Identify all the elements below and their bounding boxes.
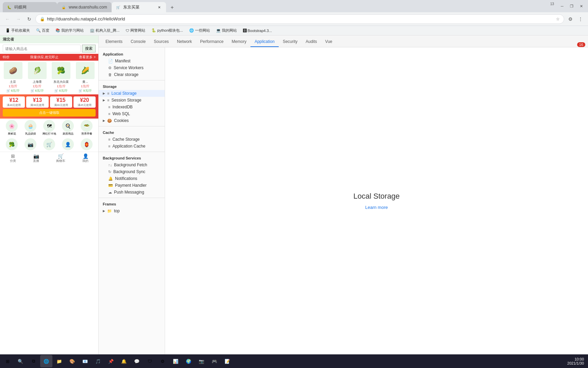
nav-category[interactable]: ⊞ 分类 <box>10 153 16 163</box>
bookmark-6[interactable]: 🐍 python模块包... <box>149 27 185 34</box>
taskbar-misc10[interactable]: 📝 <box>221 355 233 367</box>
taskbar-chrome[interactable]: 🌐 <box>40 355 52 367</box>
cat-7[interactable]: 📷 <box>21 138 39 150</box>
tab-memory[interactable]: Memory <box>228 37 250 47</box>
tab-sources[interactable]: Sources <box>150 37 173 47</box>
session-storage-arrow: ▶ <box>103 98 105 102</box>
forward-button[interactable]: → <box>14 14 23 24</box>
bookmark-3[interactable]: 📚 我的学习网站 <box>53 27 86 34</box>
taskbar-dj[interactable]: 🎵 <box>92 355 104 367</box>
bookmark-7[interactable]: 🌐 一些网站 <box>186 27 213 34</box>
bookmark-1[interactable]: 📱 手机收藏夹 <box>3 27 33 34</box>
sidebar-bg-fetch[interactable]: ↑↓ Background Fetch <box>99 162 165 168</box>
sidebar-manifest[interactable]: 📄 Manifest <box>99 58 165 64</box>
tab-3-title: 东京买菜 <box>123 4 154 10</box>
sidebar-cookies[interactable]: ▶ 🍪 Cookies <box>99 117 165 124</box>
section-cache-label: Cache <box>99 128 165 136</box>
tab-audits[interactable]: Audits <box>301 37 321 47</box>
refresh-button[interactable]: ↻ <box>24 14 34 24</box>
sidebar-session-storage[interactable]: ▶ ≡ Session Storage <box>99 97 165 104</box>
voucher-claim-btn[interactable]: 点击一键领取 <box>3 109 96 117</box>
menu-btn[interactable]: ⋮ <box>576 14 585 24</box>
voucher-2: ¥13 满39元使用 <box>26 96 48 108</box>
cat-10[interactable]: 🏮 <box>78 138 96 150</box>
tab-console[interactable]: Console <box>127 37 150 47</box>
bookmark-9[interactable]: 🅱 Bootstrap4.3... <box>240 28 275 33</box>
taskbar-explorer[interactable]: 📁 <box>53 355 65 367</box>
taskbar-misc6[interactable]: 📊 <box>169 355 182 367</box>
cat-3[interactable]: 🗺 网红打卡地 <box>40 120 58 136</box>
minimize-button[interactable]: ─ <box>558 2 566 10</box>
cat-8[interactable]: 🛒 <box>40 138 58 150</box>
taskbar-misc5[interactable]: ⚙ <box>157 355 169 367</box>
notifications-icon: 🔔 <box>108 177 113 181</box>
indexed-db-icon: ≡ <box>108 105 110 109</box>
taskbar-misc4[interactable]: 🛡 <box>144 355 156 367</box>
taskbar-misc3[interactable]: 💬 <box>131 355 143 367</box>
bookmark-6-label: python模块包... <box>157 28 183 33</box>
sidebar-application-cache[interactable]: ≡ Application Cache <box>99 143 165 150</box>
cat-9[interactable]: 👤 <box>59 138 77 150</box>
sidebar-payment-handler[interactable]: 💳 Payment Handler <box>99 182 165 189</box>
cat-6[interactable]: 🥦 <box>3 138 21 150</box>
bookmark-5[interactable]: 🛡 网警网站 <box>123 27 148 34</box>
cat-2[interactable]: 🧁 乳品烘焙 <box>21 120 39 136</box>
cat-4[interactable]: 🍳 厨房用品 <box>59 120 77 136</box>
bookmark-5-icon: 🛡 <box>126 29 129 33</box>
cat-5[interactable]: 🥗 营养早餐 <box>78 120 96 136</box>
sidebar-web-sql[interactable]: ≡ Web SQL <box>99 110 165 117</box>
learn-more-link[interactable]: Learn more <box>365 205 388 210</box>
bookmark-4[interactable]: 🏢 机构入驻_腾... <box>87 27 122 34</box>
tab-2[interactable]: 🔒 www.duanshuilu.com <box>57 2 112 12</box>
nav-mine[interactable]: 👤 我的 <box>82 153 88 163</box>
sidebar-notifications[interactable]: 🔔 Notifications <box>99 175 165 182</box>
tab-3[interactable]: 🛒 东京买菜 ✕ <box>112 2 166 12</box>
taskbar-mail[interactable]: 📧 <box>79 355 91 367</box>
taskbar-misc2[interactable]: 🔔 <box>118 355 130 367</box>
sidebar-local-storage[interactable]: ▶ ≡ Local Storage <box>99 90 165 97</box>
taskbar-misc8[interactable]: 📷 <box>195 355 208 367</box>
taskbar-search[interactable]: 🔍 <box>14 355 27 367</box>
bookmark-8[interactable]: 💻 我的网站 <box>213 27 240 34</box>
nav-cart[interactable]: 🛒 购物车 <box>56 153 65 163</box>
sidebar-indexed-db[interactable]: ≡ IndexedDB <box>99 104 165 110</box>
extensions-btn[interactable]: ⚙ <box>566 14 575 24</box>
taskbar-misc7[interactable]: 🌍 <box>182 355 195 367</box>
star-icon[interactable]: ☆ <box>556 17 560 21</box>
taskbar-misc1[interactable]: 📌 <box>105 355 117 367</box>
frames-arrow: ▶ <box>103 209 105 213</box>
back-button[interactable]: ← <box>3 14 12 24</box>
sidebar-clear-storage[interactable]: 🗑 Clear storage <box>99 71 165 78</box>
province-text: 湖北省 <box>3 37 14 41</box>
cat-6-icon: 🥦 <box>6 138 18 150</box>
search-input[interactable] <box>3 45 81 52</box>
tab-security[interactable]: Security <box>279 37 301 47</box>
close-button[interactable]: ✕ <box>577 2 585 10</box>
tab-1-favicon: 🐛 <box>7 5 12 10</box>
new-tab-button[interactable]: + <box>167 3 177 12</box>
sidebar-push-messaging[interactable]: ☁ Push Messaging <box>99 189 165 196</box>
address-bar[interactable]: 🔒 http://duanshuilu.natapp4.cc/HelloWorl… <box>35 14 564 24</box>
promo-more[interactable]: 查看更多 > <box>79 55 96 60</box>
search-button[interactable]: 搜索 <box>82 45 96 52</box>
bookmark-2[interactable]: 🔍 百度 <box>33 27 52 34</box>
security-icon: 🔒 <box>40 17 45 21</box>
tab-performance[interactable]: Performance <box>196 37 228 47</box>
sidebar-service-workers[interactable]: ⚙ Service Workers <box>99 64 165 71</box>
nav-live[interactable]: 📷 直播 <box>33 153 39 163</box>
tab-1[interactable]: 🐛 码蝶网 <box>3 2 57 12</box>
tab-elements[interactable]: Elements <box>101 37 127 47</box>
tab-3-close[interactable]: ✕ <box>157 4 162 10</box>
restore-button[interactable]: ❐ <box>568 2 576 10</box>
taskbar-ps[interactable]: 🎨 <box>66 355 78 367</box>
taskbar-start[interactable]: ⊞ <box>1 355 14 367</box>
sidebar-bg-sync[interactable]: ↻ Background Sync <box>99 168 165 175</box>
tab-vue[interactable]: Vue <box>321 37 337 47</box>
sidebar-frames-top[interactable]: ▶ 📁 top <box>99 208 165 214</box>
tab-network[interactable]: Network <box>173 37 196 47</box>
sidebar-cache-storage[interactable]: ≡ Cache Storage <box>99 136 165 143</box>
cat-1[interactable]: 🌸 果鲜花 <box>3 120 21 136</box>
taskbar-misc9[interactable]: 🎮 <box>208 355 220 367</box>
tab-application[interactable]: Application <box>250 37 279 47</box>
taskbar-task-view[interactable]: ⧉ <box>27 355 39 367</box>
